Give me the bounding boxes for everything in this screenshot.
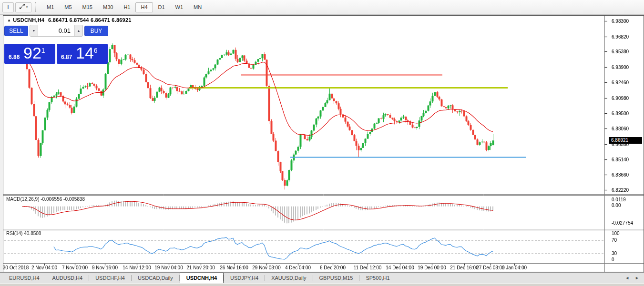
ask-price-prefix: 6.87 xyxy=(61,54,72,60)
price-axis-label: 6.98300 xyxy=(612,19,629,24)
timeframe-button-group: M1M5M15M30H1H4D1W1MN xyxy=(41,2,207,12)
price-axis-label: 6.93900 xyxy=(612,65,629,70)
indicator-axis-label: 100 xyxy=(612,231,620,236)
bid-price-main: 921 xyxy=(23,44,45,62)
price-axis-label: 6.85140 xyxy=(612,157,629,162)
indicator-axis-label: 30 xyxy=(612,251,617,256)
indicator-axis-label: 70 xyxy=(612,237,617,243)
timeframe-button-d1[interactable]: D1 xyxy=(153,2,170,12)
price-axis-label: 6.92460 xyxy=(612,79,629,85)
chevron-down-icon: ▾ xyxy=(26,5,28,9)
price-axis-label: 6.88060 xyxy=(612,126,629,131)
tab-usdcnh-h4[interactable]: USDCNH,H4 xyxy=(180,273,224,283)
symbol-marker-icon: ▲ xyxy=(7,18,11,22)
indicator-axis-label: -0.027754 xyxy=(612,220,633,226)
price-axis-label: 6.83660 xyxy=(612,172,629,178)
toolbar-separator xyxy=(35,2,38,12)
status-strip xyxy=(0,283,644,286)
chart-ohlc-values: 6.86471 6.87544 6.86471 6.86921 xyxy=(48,17,131,23)
chart-title: ▲USDCNH,H46.86471 6.87544 6.86471 6.8692… xyxy=(7,17,132,23)
tab-usdchf-h4[interactable]: USDCHF,H4 xyxy=(89,273,131,283)
price-axis-label: 6.90980 xyxy=(612,95,629,100)
sell-button[interactable]: SELL xyxy=(4,26,28,36)
one-click-trade-widget: SELL ▼ 0.01 ▲ BUY 6.86 921 6.87 146 xyxy=(4,23,108,64)
timeframe-button-w1[interactable]: W1 xyxy=(170,2,189,12)
time-axis-label: 19 Nov 04:00 xyxy=(154,265,183,270)
ask-price-main: 146 xyxy=(76,44,98,62)
timeframe-button-mn[interactable]: MN xyxy=(188,2,207,12)
bid-price-display[interactable]: 6.86 921 xyxy=(4,44,55,64)
tab-audusd-h4[interactable]: AUDUSD,H4 xyxy=(46,273,89,283)
time-axis-label: 1 Jan 04:00 xyxy=(502,265,527,270)
time-axis-label: 21 Dec 16:00 xyxy=(450,265,479,270)
current-price-badge: 6.86921 xyxy=(609,137,642,144)
time-axis-label: 19 Dec 00:00 xyxy=(418,265,446,270)
tabs-container: EURUSD,H4AUDUSD,H4USDCHF,H4USDCAD,DailyU… xyxy=(3,273,396,283)
timeframe-button-m1[interactable]: M1 xyxy=(41,2,59,12)
text-tool-button[interactable]: T xyxy=(2,2,14,12)
tab-scroll-right-icon[interactable]: ► xyxy=(635,276,639,280)
time-axis-label: 7 Nov 00:00 xyxy=(62,265,88,270)
time-axis-label: 9 Nov 16:00 xyxy=(92,265,118,270)
time-axis-label: 27 Dec 08:00 xyxy=(476,265,505,270)
time-axis-label: 29 Nov 08:00 xyxy=(252,265,281,270)
tab-xauusd-daily[interactable]: XAUUSD,Daily xyxy=(265,273,312,283)
indicator-axis-label: 0.0119 xyxy=(612,197,626,202)
timeframe-button-m15[interactable]: M15 xyxy=(77,2,98,12)
ask-price-display[interactable]: 6.87 146 xyxy=(57,44,108,64)
time-axis-label: 30 Oct 2018 xyxy=(3,265,29,270)
time-axis-label: 21 Nov 20:00 xyxy=(186,265,215,270)
text-tool-icon: T xyxy=(6,4,10,10)
rsi-indicator-label: RSI(14) 40.8508 xyxy=(6,231,41,236)
time-axis-label: 14 Nov 12:00 xyxy=(123,265,151,270)
macd-indicator-label: MACD(12,26,9) -0.006556 -0.005838 xyxy=(6,197,85,202)
bid-price-pipette: 1 xyxy=(41,47,45,54)
ask-price-pipette: 6 xyxy=(94,47,98,54)
tab-sp500-h1[interactable]: SP500,H1 xyxy=(359,273,396,283)
price-axis-label: 6.89500 xyxy=(612,111,629,116)
lot-increase-button[interactable]: ▲ xyxy=(74,25,82,36)
chart-symbol: USDCNH,H4 xyxy=(13,17,44,23)
timeframe-button-m30[interactable]: M30 xyxy=(98,2,118,12)
bid-price-prefix: 6.86 xyxy=(9,54,20,60)
chart-tab-bar: EURUSD,H4AUDUSD,H4USDCHF,H4USDCAD,DailyU… xyxy=(0,272,644,283)
tab-gbpusd-m15[interactable]: GBPUSD,M15 xyxy=(313,273,359,283)
lot-decrease-button[interactable]: ▼ xyxy=(30,25,38,36)
timeframe-button-h1[interactable]: H1 xyxy=(118,2,135,12)
price-axis-label: 6.82220 xyxy=(612,187,629,192)
price-axis-label: 6.95380 xyxy=(612,49,629,54)
price-axis-label: 6.96820 xyxy=(612,34,629,39)
tab-eurusd-h4[interactable]: EURUSD,H4 xyxy=(3,273,46,283)
tab-scroll-left-icon[interactable]: ◄ xyxy=(625,276,629,280)
time-axis-label: 2 Nov 04:00 xyxy=(31,265,57,270)
timeframe-button-h4[interactable]: H4 xyxy=(135,2,153,12)
time-axis-label: 4 Dec 04:00 xyxy=(285,265,311,270)
lot-size-input[interactable]: 0.01 xyxy=(38,25,74,36)
time-axis-label: 26 Nov 16:00 xyxy=(220,265,248,270)
time-axis-label: 14 Dec 04:00 xyxy=(386,265,414,270)
main-toolbar: T ▾ M1M5M15M30H1H4D1W1MN xyxy=(0,0,644,15)
time-axis-label: 6 Dec 20:00 xyxy=(320,265,346,270)
diagonal-arrows-icon xyxy=(19,3,25,11)
timeframe-button-m5[interactable]: M5 xyxy=(59,2,77,12)
lot-size-stepper: ▼ 0.01 ▲ xyxy=(30,25,83,37)
buy-button[interactable]: BUY xyxy=(84,26,108,36)
chart-window: ▲USDCNH,H46.86471 6.87544 6.86471 6.8692… xyxy=(3,15,644,272)
indicator-axis-label: 0 xyxy=(612,257,614,262)
tab-usdcad-daily[interactable]: USDCAD,Daily xyxy=(132,273,179,283)
tab-scroll-controls: ◄ ► xyxy=(625,273,639,283)
indicator-axis-label: 0.00 xyxy=(612,203,621,208)
time-axis-label: 11 Dec 12:00 xyxy=(354,265,382,270)
tab-usdjpy-h4[interactable]: USDJPY,H4 xyxy=(224,273,265,283)
cursor-tool-button[interactable]: ▾ xyxy=(15,2,31,12)
